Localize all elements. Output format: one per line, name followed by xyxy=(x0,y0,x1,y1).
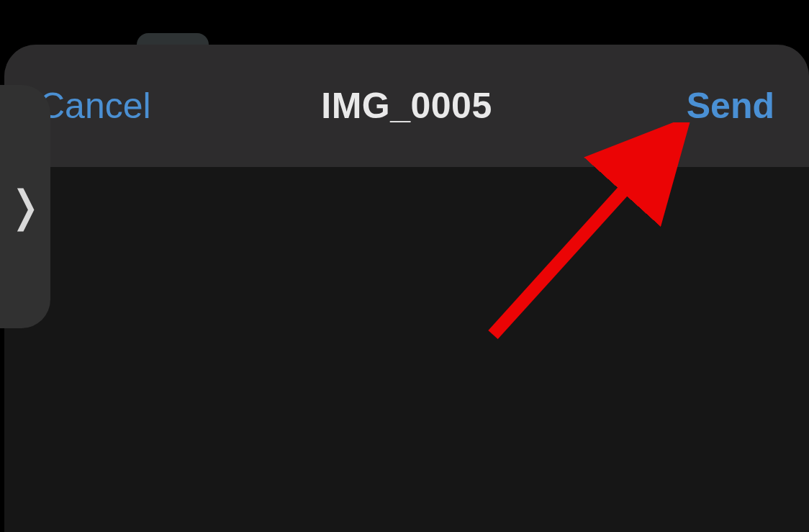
background-avatar-partial xyxy=(137,33,209,45)
side-handle[interactable]: ❭ xyxy=(0,85,50,328)
cancel-button[interactable]: Cancel xyxy=(39,85,151,127)
nav-bar: Cancel IMG_0005 Send xyxy=(4,45,809,167)
sheet-title: IMG_0005 xyxy=(321,85,492,127)
share-sheet: Cancel IMG_0005 Send xyxy=(4,45,809,532)
chevron-right-icon: ❭ xyxy=(7,185,43,228)
send-button[interactable]: Send xyxy=(687,85,774,127)
